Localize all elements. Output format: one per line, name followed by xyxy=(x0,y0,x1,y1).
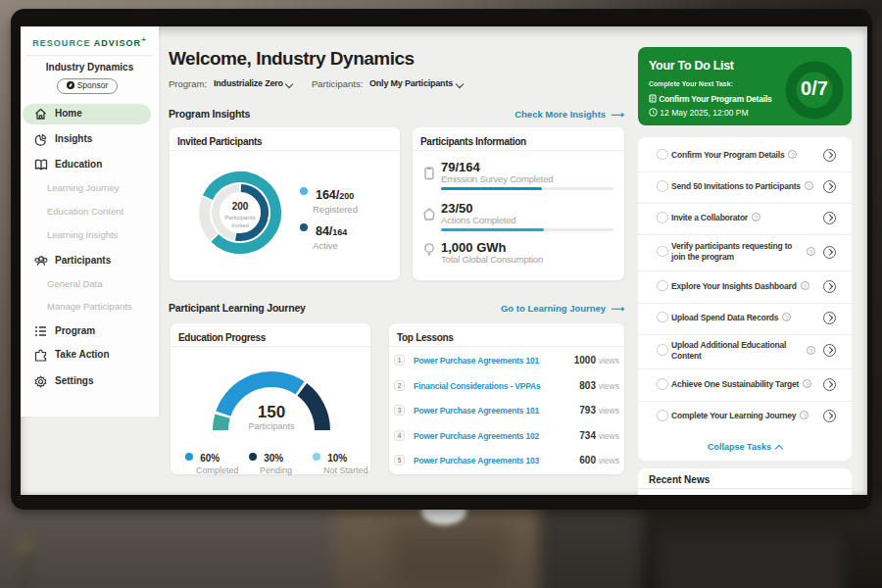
svg-text:Invited: Invited xyxy=(231,222,249,228)
svg-text:Participants: Participants xyxy=(224,215,255,220)
svg-text:200: 200 xyxy=(232,201,249,212)
